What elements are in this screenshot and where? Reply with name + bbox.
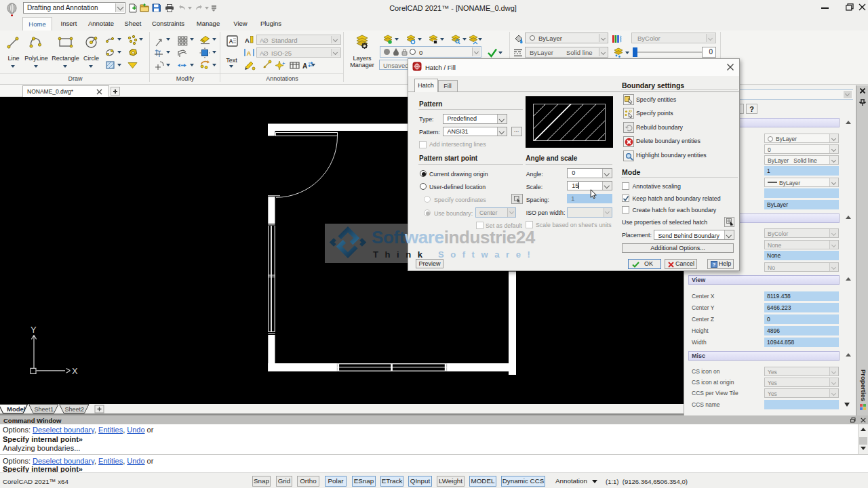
svg-text:Y: Y [31, 325, 37, 335]
svg-text:Sheet2: Sheet2 [65, 406, 85, 413]
svg-text:A: A [302, 62, 307, 70]
svg-text:A: A [247, 49, 252, 57]
svg-text:A: A [229, 38, 233, 45]
svg-text:Sheet1: Sheet1 [35, 406, 54, 413]
svg-text:A: A [245, 37, 250, 44]
svg-text:X: X [72, 366, 78, 376]
svg-text:Model: Model [7, 405, 25, 413]
